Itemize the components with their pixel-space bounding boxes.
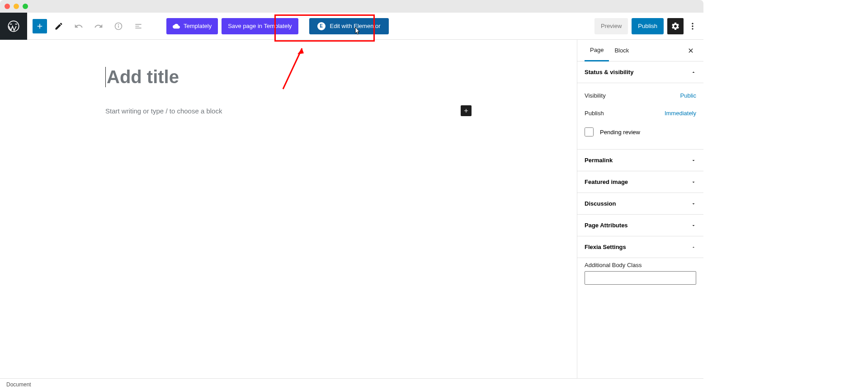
pending-review-checkbox[interactable] [585,127,594,136]
list-icon [134,22,143,31]
panel-title: Flexia Settings [585,244,626,250]
inline-add-block-button[interactable] [461,105,472,116]
panel-discussion[interactable]: Discussion [577,193,703,215]
body-class-input[interactable] [585,271,696,285]
triangle-up-icon [691,244,696,250]
panel-title: Status & visibility [585,69,633,75]
window-titlebar [0,0,703,13]
chevron-up-icon [691,70,696,75]
panel-title: Featured image [585,179,628,185]
body-class-label: Additional Body Class [585,262,696,268]
plus-icon [36,22,44,30]
preview-button[interactable]: Preview [594,18,628,34]
publish-button[interactable]: Publish [632,18,664,34]
page-title-input[interactable]: Add title [105,67,472,87]
sidebar-tabs: Page Block [577,40,703,61]
chevron-down-icon [691,223,696,228]
wordpress-icon [7,20,20,33]
svg-point-4 [692,23,693,24]
templately-label: Templately [184,23,212,29]
pencil-icon [54,22,63,31]
breadcrumb[interactable]: Document [6,381,31,388]
pending-review-label: Pending review [600,129,640,136]
panel-page-attributes[interactable]: Page Attributes [577,215,703,236]
elementor-label: Edit with Elementor [330,23,381,29]
panel-permalink[interactable]: Permalink [577,150,703,171]
undo-button[interactable] [71,18,87,34]
panel-flexia-settings[interactable]: Flexia Settings [577,236,703,258]
elementor-icon: E [317,22,326,30]
settings-button[interactable] [667,18,684,34]
panel-title: Discussion [585,200,616,207]
visibility-label: Visibility [585,92,606,99]
chevron-down-icon [691,179,696,185]
edit-elementor-button[interactable]: E Edit with Elementor [309,18,389,34]
wp-logo[interactable] [0,13,27,40]
add-block-button[interactable] [33,19,47,33]
redo-button[interactable] [90,18,107,34]
outline-button[interactable] [130,18,146,34]
save-templately-button[interactable]: Save page in Templately [222,18,298,34]
svg-point-6 [692,28,693,29]
publish-value[interactable]: Immediately [665,110,696,117]
templately-button[interactable]: Templately [166,18,218,34]
close-sidebar-button[interactable] [685,45,696,56]
redo-icon [94,22,103,31]
svg-point-3 [118,24,119,25]
editor-canvas: Add title Start writing or type / to cho… [0,40,577,378]
panel-featured-image[interactable]: Featured image [577,171,703,193]
plus-icon [463,108,469,114]
panel-title: Permalink [585,157,613,164]
close-icon [687,47,694,54]
visibility-value[interactable]: Public [680,92,696,99]
info-button[interactable] [110,18,127,34]
tab-block[interactable]: Block [609,40,634,61]
tab-page[interactable]: Page [585,40,609,61]
publish-label: Publish [585,110,604,117]
block-placeholder[interactable]: Start writing or type / to choose a bloc… [105,107,461,115]
close-window-icon[interactable] [5,4,10,9]
more-options-button[interactable] [687,18,698,34]
minimize-window-icon[interactable] [14,4,19,9]
editor-toolbar: Templately Save page in Templately E Edi… [0,13,703,40]
breadcrumb-bar: Document [0,378,703,390]
gear-icon [671,22,680,31]
chevron-down-icon [691,158,696,163]
cloud-icon [173,23,180,30]
panel-title: Page Attributes [585,222,628,229]
kebab-icon [688,22,697,31]
edit-mode-button[interactable] [51,18,67,34]
chevron-down-icon [691,201,696,207]
info-icon [114,22,123,31]
maximize-window-icon[interactable] [23,4,28,9]
svg-point-5 [692,25,693,27]
panel-status-visibility[interactable]: Status & visibility [577,61,703,83]
panel-body-status: Visibility Public Publish Immediately Pe… [577,83,703,150]
settings-sidebar: Page Block Status & visibility Visibilit… [577,40,703,378]
undo-icon [74,22,83,31]
